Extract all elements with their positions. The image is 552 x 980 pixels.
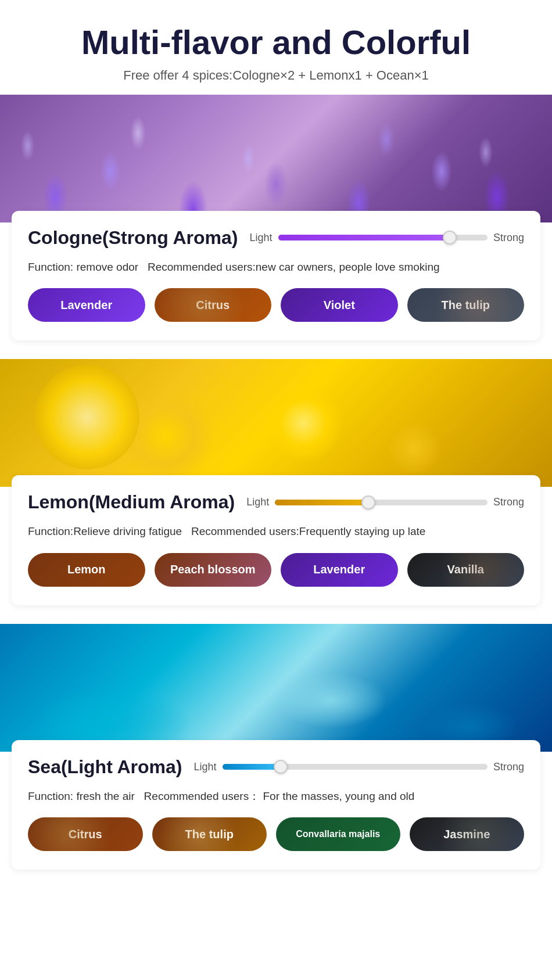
tag-sea-2[interactable]: Convallaria majalis <box>276 817 400 851</box>
card-function-lemon: Function:Relieve driving fatigue Recomme… <box>28 523 524 540</box>
slider-fill <box>223 764 281 770</box>
tag-lemon-0[interactable]: Lemon <box>28 553 145 587</box>
card-title-sea: Sea(Light Aroma) <box>28 756 182 778</box>
page-header: Multi-flavor and Colorful Free offer 4 s… <box>0 0 552 95</box>
hero-lemon <box>0 359 552 487</box>
slider-label-strong: Strong <box>493 232 524 244</box>
tag-cologne-1[interactable]: Citrus <box>155 288 272 322</box>
hero-sea <box>0 624 552 752</box>
hero-cologne <box>0 95 552 222</box>
recommended-text: Recommended users： For the masses, young… <box>144 790 415 802</box>
slider-container-lemon[interactable]: LightStrong <box>246 496 524 508</box>
tag-sea-1[interactable]: The tulip <box>152 817 267 851</box>
slider-thumb[interactable] <box>361 496 375 509</box>
page-subtitle: Free offer 4 spices:Cologne×2 + Lemonx1 … <box>12 68 540 83</box>
slider-track-cologne[interactable] <box>278 235 488 240</box>
recommended-text: Recommended users:Frequently staying up … <box>191 525 425 537</box>
tag-cologne-0[interactable]: Lavender <box>28 288 145 322</box>
slider-label-light: Light <box>246 496 269 508</box>
slider-label-light: Light <box>194 761 217 773</box>
slider-thumb[interactable] <box>443 231 457 245</box>
slider-track-sea[interactable] <box>223 764 488 770</box>
slider-fill <box>275 500 368 505</box>
card-cologne: Cologne(Strong Aroma)LightStrongFunction… <box>12 211 540 341</box>
card-header-cologne: Cologne(Strong Aroma)LightStrong <box>28 227 524 249</box>
scent-tags-lemon: LemonPeach blossomLavenderVanilla <box>28 553 524 587</box>
function-text: Function: fresh the air <box>28 790 135 802</box>
slider-container-cologne[interactable]: LightStrong <box>249 232 524 244</box>
section-lemon: Lemon(Medium Aroma)LightStrongFunction:R… <box>0 359 552 605</box>
slider-label-strong: Strong <box>493 761 524 773</box>
card-function-sea: Function: fresh the air Recommended user… <box>28 788 524 805</box>
tag-cologne-2[interactable]: Violet <box>281 288 398 322</box>
function-text: Function:Relieve driving fatigue <box>28 525 182 537</box>
card-header-lemon: Lemon(Medium Aroma)LightStrong <box>28 491 524 513</box>
tag-lemon-3[interactable]: Vanilla <box>407 553 525 587</box>
section-sea: Sea(Light Aroma)LightStrongFunction: fre… <box>0 624 552 870</box>
tag-lemon-1[interactable]: Peach blossom <box>155 553 272 587</box>
tag-cologne-3[interactable]: The tulip <box>407 288 525 322</box>
tag-sea-3[interactable]: Jasmine <box>410 817 525 851</box>
card-sea: Sea(Light Aroma)LightStrongFunction: fre… <box>12 740 540 870</box>
slider-label-strong: Strong <box>493 496 524 508</box>
card-title-cologne: Cologne(Strong Aroma) <box>28 227 238 249</box>
tag-lemon-2[interactable]: Lavender <box>281 553 398 587</box>
function-text: Function: remove odor <box>28 261 138 273</box>
section-cologne: Cologne(Strong Aroma)LightStrongFunction… <box>0 95 552 341</box>
recommended-text: Recommended users:new car owners, people… <box>148 261 440 273</box>
card-lemon: Lemon(Medium Aroma)LightStrongFunction:R… <box>12 475 540 605</box>
scent-tags-cologne: LavenderCitrusVioletThe tulip <box>28 288 524 322</box>
page-title: Multi-flavor and Colorful <box>12 23 540 62</box>
slider-thumb[interactable] <box>274 760 288 774</box>
card-header-sea: Sea(Light Aroma)LightStrong <box>28 756 524 778</box>
card-title-lemon: Lemon(Medium Aroma) <box>28 491 235 513</box>
card-function-cologne: Function: remove odor Recommended users:… <box>28 259 524 276</box>
slider-fill <box>278 235 450 240</box>
slider-container-sea[interactable]: LightStrong <box>194 761 525 773</box>
slider-label-light: Light <box>249 232 272 244</box>
tag-sea-0[interactable]: Citrus <box>28 817 143 851</box>
slider-track-lemon[interactable] <box>275 500 488 505</box>
scent-tags-sea: CitrusThe tulipConvallaria majalisJasmin… <box>28 817 524 851</box>
